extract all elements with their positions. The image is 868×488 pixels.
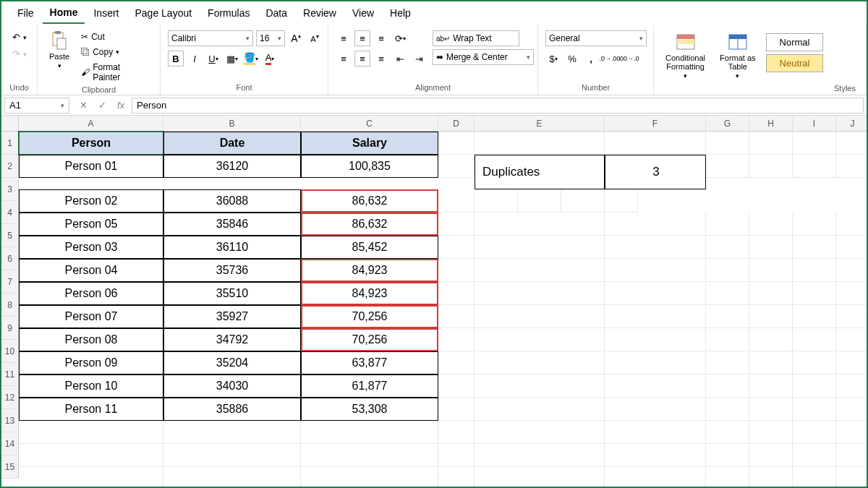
cell-G7[interactable]: [706, 282, 749, 305]
cancel-formula-button[interactable]: ✕: [75, 98, 91, 114]
cell-D13[interactable]: [438, 421, 475, 444]
format-painter-button[interactable]: 🖌Format Painter: [78, 61, 153, 84]
cell-D1[interactable]: [438, 132, 475, 155]
cell-E12[interactable]: [475, 398, 605, 421]
cell-H4[interactable]: [749, 213, 793, 236]
column-header-B[interactable]: B: [163, 116, 301, 132]
cell-A3[interactable]: Person 02: [19, 189, 163, 213]
cell-A5[interactable]: Person 03: [19, 236, 163, 259]
cell-C11[interactable]: 61,877: [301, 374, 438, 398]
column-header-E[interactable]: E: [475, 116, 605, 132]
align-top-button[interactable]: ≡: [336, 30, 352, 46]
cell-G6[interactable]: [706, 259, 749, 282]
cell-G14[interactable]: [706, 444, 749, 467]
cell-E1[interactable]: [475, 132, 605, 155]
percent-button[interactable]: %: [564, 51, 580, 67]
select-all-corner[interactable]: [1, 116, 19, 132]
fill-color-button[interactable]: 🪣▾: [243, 51, 259, 67]
grow-font-button[interactable]: A▴: [288, 30, 304, 46]
cell-H14[interactable]: [749, 444, 793, 467]
cell-B11[interactable]: 34030: [163, 374, 301, 398]
cell-I5[interactable]: [793, 236, 836, 259]
conditional-formatting-button[interactable]: Conditional Formatting▾: [661, 29, 710, 82]
cell-A2[interactable]: Person 01: [19, 155, 163, 178]
cell-H9[interactable]: [749, 328, 793, 351]
cell-C9[interactable]: 70,256: [301, 328, 438, 351]
align-right-button[interactable]: ≡: [373, 51, 389, 67]
row-header-10[interactable]: 10: [1, 340, 19, 363]
cell-J3[interactable]: [605, 189, 638, 213]
cell-G10[interactable]: [706, 351, 749, 374]
cell-F10[interactable]: [605, 351, 706, 374]
cell-H3[interactable]: [518, 189, 561, 213]
cell-F13[interactable]: [605, 421, 706, 444]
cell-F12[interactable]: [605, 398, 706, 421]
paste-button[interactable]: Paste▾: [45, 27, 74, 72]
cell-C8[interactable]: 70,256: [301, 305, 438, 328]
format-as-table-button[interactable]: Format as Table▾: [715, 29, 760, 82]
cell-G13[interactable]: [706, 421, 749, 444]
number-format-combo[interactable]: General▾: [545, 30, 647, 46]
name-box[interactable]: A1▾: [4, 98, 69, 114]
column-header-H[interactable]: H: [749, 116, 793, 132]
cell-D10[interactable]: [438, 351, 475, 374]
cell-D14[interactable]: [438, 444, 475, 467]
underline-button[interactable]: U▾: [205, 51, 221, 67]
italic-button[interactable]: I: [187, 51, 203, 67]
shrink-font-button[interactable]: A▾: [307, 30, 323, 46]
cell-F2[interactable]: 3: [605, 155, 706, 189]
row-header-7[interactable]: 7: [1, 270, 19, 294]
cell-B9[interactable]: 34792: [163, 328, 301, 351]
merge-center-button[interactable]: ⬌Merge & Center▾: [433, 49, 534, 65]
menu-item-data[interactable]: Data: [258, 3, 294, 23]
column-header-I[interactable]: I: [793, 116, 836, 132]
column-header-G[interactable]: G: [706, 116, 749, 132]
cell-A1[interactable]: Person: [19, 132, 163, 155]
cell-F9[interactable]: [605, 328, 706, 351]
cell-F6[interactable]: [605, 259, 706, 282]
cell-B2[interactable]: 36120: [163, 155, 301, 178]
cell-F7[interactable]: [605, 282, 706, 305]
cell-D6[interactable]: [438, 259, 475, 282]
align-middle-button[interactable]: ≡: [354, 30, 370, 46]
cell-B5[interactable]: 36110: [163, 236, 301, 259]
row-header-6[interactable]: 6: [1, 247, 19, 270]
cell-J13[interactable]: [836, 421, 868, 444]
bold-button[interactable]: B: [168, 51, 184, 67]
menu-item-page-layout[interactable]: Page Layout: [127, 3, 199, 23]
menu-item-help[interactable]: Help: [383, 3, 418, 23]
cell-J7[interactable]: [836, 282, 868, 305]
cell-A7[interactable]: Person 06: [19, 282, 163, 305]
cell-F8[interactable]: [605, 305, 706, 328]
font-size-combo[interactable]: 16▾: [256, 30, 285, 46]
column-header-J[interactable]: J: [836, 116, 868, 132]
row-header-9[interactable]: 9: [1, 317, 19, 340]
cell-D4[interactable]: [438, 213, 475, 236]
row-header-12[interactable]: 12: [1, 386, 19, 409]
cell-E9[interactable]: [475, 328, 605, 351]
cell-J10[interactable]: [836, 351, 868, 374]
cell-G9[interactable]: [706, 328, 749, 351]
cell-C10[interactable]: 63,877: [301, 351, 438, 374]
row-header-3[interactable]: 3: [1, 178, 19, 201]
decrease-indent-button[interactable]: ⇤: [392, 51, 408, 67]
cell-I15[interactable]: [793, 467, 836, 488]
cell-I4[interactable]: [793, 213, 836, 236]
cell-C4[interactable]: 86,632: [301, 213, 438, 236]
cell-D3[interactable]: [438, 189, 475, 213]
style-neutral[interactable]: Neutral: [766, 54, 824, 72]
cell-H13[interactable]: [749, 421, 793, 444]
cell-E7[interactable]: [475, 282, 605, 305]
cell-E11[interactable]: [475, 374, 605, 398]
cell-A9[interactable]: Person 08: [19, 328, 163, 351]
cell-J8[interactable]: [836, 305, 868, 328]
cell-D15[interactable]: [438, 467, 475, 488]
cell-C6[interactable]: 84,923: [301, 259, 438, 282]
cell-F5[interactable]: [605, 236, 706, 259]
row-header-4[interactable]: 4: [1, 201, 19, 224]
cell-F1[interactable]: [605, 132, 706, 155]
cell-H1[interactable]: [749, 132, 793, 155]
font-name-combo[interactable]: Calibri▾: [168, 30, 253, 46]
menu-item-insert[interactable]: Insert: [86, 3, 126, 23]
cell-B13[interactable]: [163, 421, 301, 444]
